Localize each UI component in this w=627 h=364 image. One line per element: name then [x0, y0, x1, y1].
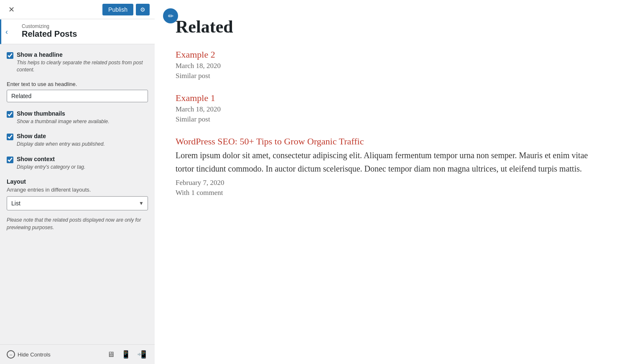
desktop-icon-button[interactable]: 🖥	[105, 349, 116, 360]
post-excerpt: Lorem ipsum dolor sit amet, consectetur …	[176, 149, 606, 175]
thumbnails-text: Show thumbnails Show a thumbnail image w…	[17, 110, 109, 125]
list-item: Example 1 March 18, 2020 Similar post	[176, 93, 606, 124]
date-desc: Display date when entry was published.	[17, 141, 105, 148]
thumbnails-label: Show thumbnails	[17, 110, 65, 117]
post-date: February 7, 2020	[176, 179, 606, 187]
thumbnails-checkbox-item: Show thumbnails Show a thumbnail image w…	[7, 110, 148, 125]
date-checkbox-item: Show date Display date when entry was pu…	[7, 132, 148, 148]
hide-controls-button[interactable]: – Hide Controls	[7, 350, 51, 359]
date-label: Show date	[17, 133, 46, 139]
headline-input[interactable]	[7, 90, 148, 102]
edit-pencil-button[interactable]: ✏	[163, 8, 178, 23]
layout-desc: Arrange entries in different layouts.	[7, 187, 148, 193]
headline-group: Show a headline This helps to clearly se…	[7, 51, 148, 73]
customizing-label: Customizing	[22, 23, 148, 29]
device-icons: 🖥 📱 📲	[105, 349, 148, 360]
list-item: WordPress SEO: 50+ Tips to Grow Organic …	[176, 136, 606, 197]
post-date: March 18, 2020	[176, 62, 606, 70]
preview-note: Please note that the related posts displ…	[7, 216, 148, 231]
layout-title: Layout	[7, 178, 148, 185]
breadcrumb: ‹ Customizing Related Posts	[0, 19, 155, 44]
top-bar: ✕ Publish ⚙	[0, 0, 155, 19]
thumbnails-desc: Show a thumbnail image where available.	[17, 118, 109, 125]
right-preview: ✏ Related Example 2 March 18, 2020 Simil…	[155, 0, 627, 364]
headline-checkbox-item: Show a headline This helps to clearly se…	[7, 51, 148, 73]
headline-desc: This helps to clearly separate the relat…	[17, 59, 148, 73]
headline-text: Show a headline This helps to clearly se…	[17, 51, 148, 73]
layout-select-wrap: List Grid Carousel ▼	[7, 196, 148, 210]
section-title: Related Posts	[22, 29, 148, 39]
hide-controls-label: Hide Controls	[18, 351, 51, 358]
headline-checkbox[interactable]	[7, 52, 13, 59]
bottom-bar: – Hide Controls 🖥 📱 📲	[0, 344, 155, 364]
preview-content: Related Example 2 March 18, 2020 Similar…	[176, 17, 606, 197]
context-label: Show context	[17, 156, 55, 162]
date-checkbox[interactable]	[7, 134, 13, 140]
context-checkbox[interactable]	[7, 157, 13, 163]
thumbnails-group: Show thumbnails Show a thumbnail image w…	[7, 110, 148, 125]
close-button[interactable]: ✕	[5, 3, 18, 16]
thumbnails-checkbox[interactable]	[7, 111, 13, 118]
post-context: Similar post	[176, 115, 606, 124]
headline-input-label: Enter text to use as headline.	[7, 81, 148, 87]
related-heading: Related	[176, 17, 606, 37]
post-date: March 18, 2020	[176, 105, 606, 114]
gear-button[interactable]: ⚙	[136, 4, 150, 15]
top-bar-actions: Publish ⚙	[102, 4, 150, 15]
mobile-icon-button[interactable]: 📲	[135, 349, 148, 360]
date-text: Show date Display date when entry was pu…	[17, 132, 105, 148]
list-item: Example 2 March 18, 2020 Similar post	[176, 49, 606, 80]
controls-area: Show a headline This helps to clearly se…	[0, 44, 155, 344]
context-checkbox-item: Show context Display entry's category or…	[7, 155, 148, 171]
hide-icon: –	[7, 350, 15, 359]
context-group: Show context Display entry's category or…	[7, 155, 148, 171]
context-text: Show context Display entry's category or…	[17, 155, 85, 171]
back-button[interactable]: ‹	[0, 19, 12, 44]
date-group: Show date Display date when entry was pu…	[7, 132, 148, 148]
breadcrumb-wrapper: Customizing Related Posts	[7, 23, 148, 39]
post-title-link[interactable]: Example 2	[176, 49, 606, 60]
post-context: Similar post	[176, 72, 606, 80]
publish-button[interactable]: Publish	[102, 4, 133, 15]
headline-label: Show a headline	[17, 51, 63, 58]
post-title-link[interactable]: WordPress SEO: 50+ Tips to Grow Organic …	[176, 136, 606, 147]
layout-select[interactable]: List Grid Carousel	[7, 196, 148, 210]
post-context: With 1 comment	[176, 189, 606, 197]
left-panel: ✕ Publish ⚙ ‹ Customizing Related Posts …	[0, 0, 155, 364]
tablet-icon-button[interactable]: 📱	[120, 349, 132, 360]
post-title-link[interactable]: Example 1	[176, 93, 606, 104]
context-desc: Display entry's category or tag.	[17, 164, 85, 171]
